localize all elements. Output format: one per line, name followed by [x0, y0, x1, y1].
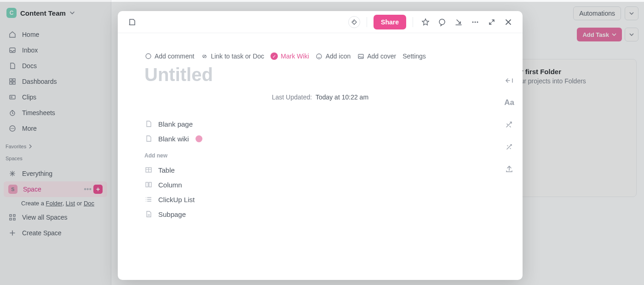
download-icon[interactable]	[453, 16, 465, 28]
add-comment-action[interactable]: Add comment	[144, 52, 194, 60]
doc-toolbar: Share	[118, 11, 523, 33]
list-icon	[144, 195, 153, 204]
tpl-blank-wiki[interactable]: Blank wiki	[144, 131, 496, 146]
smile-icon	[316, 52, 323, 60]
doc-meta-row: Add comment Link to task or Doc ✓ Mark W…	[118, 33, 523, 60]
doc-body: Add comment Link to task or Doc ✓ Mark W…	[118, 33, 523, 280]
doc-modal: Share Add comment Link to task or Doc ✓ …	[118, 11, 523, 280]
close-icon[interactable]	[502, 16, 514, 28]
divider	[367, 17, 367, 27]
svg-point-17	[439, 19, 445, 24]
svg-rect-26	[149, 182, 151, 187]
check-badge-icon: ✓	[270, 52, 278, 60]
typography-icon[interactable]: Aa	[504, 98, 514, 108]
tpl-clickup-list[interactable]: ClickUp List	[144, 192, 496, 207]
wiki-badge-icon	[196, 135, 202, 142]
image-icon	[357, 52, 364, 60]
wand-icon[interactable]	[504, 142, 514, 152]
add-cover-action[interactable]: Add cover	[357, 52, 396, 60]
more-horizontal-icon[interactable]	[469, 16, 481, 28]
collapse-icon[interactable]	[504, 76, 514, 86]
doc-nav-icon[interactable]	[126, 16, 138, 28]
tpl-subpage[interactable]: Subpage	[144, 207, 496, 221]
subpage-icon	[144, 210, 153, 218]
link-icon	[201, 52, 208, 60]
last-updated: Last Updated: Today at 10:22 am	[118, 85, 523, 105]
table-icon	[144, 166, 153, 174]
expand-icon[interactable]	[486, 16, 498, 28]
svg-rect-25	[146, 182, 148, 187]
page-icon	[144, 120, 153, 128]
svg-point-22	[316, 54, 322, 59]
add-icon-action[interactable]: Add icon	[316, 52, 351, 60]
export-icon[interactable]	[504, 164, 514, 174]
svg-point-19	[475, 21, 476, 23]
link-task-action[interactable]: Link to task or Doc	[201, 52, 264, 60]
tpl-column[interactable]: Column	[144, 177, 496, 192]
page-icon	[144, 134, 153, 143]
doc-right-rail: Aa	[504, 76, 514, 174]
template-picker: Blank page Blank wiki Add new Table Colu…	[118, 105, 523, 221]
doc-settings-action[interactable]: Settings	[402, 52, 426, 60]
svg-point-16	[353, 21, 354, 22]
comment-bubble-icon	[144, 52, 152, 60]
comment-icon[interactable]	[436, 16, 448, 28]
tpl-table[interactable]: Table	[144, 163, 496, 177]
svg-rect-23	[358, 54, 363, 58]
tag-icon[interactable]	[348, 16, 360, 28]
mark-wiki-action[interactable]: ✓ Mark Wiki	[270, 52, 309, 60]
star-icon[interactable]	[420, 16, 431, 28]
svg-point-18	[472, 21, 474, 23]
tpl-blank-page[interactable]: Blank page	[144, 116, 496, 131]
ai-icon[interactable]	[504, 120, 514, 130]
svg-point-21	[146, 53, 151, 58]
doc-title-input[interactable]: Untitled	[118, 60, 523, 85]
column-icon	[144, 180, 153, 189]
svg-point-20	[477, 21, 478, 23]
divider	[413, 17, 413, 27]
share-button[interactable]: Share	[374, 15, 406, 29]
add-new-label: Add new	[144, 146, 496, 163]
